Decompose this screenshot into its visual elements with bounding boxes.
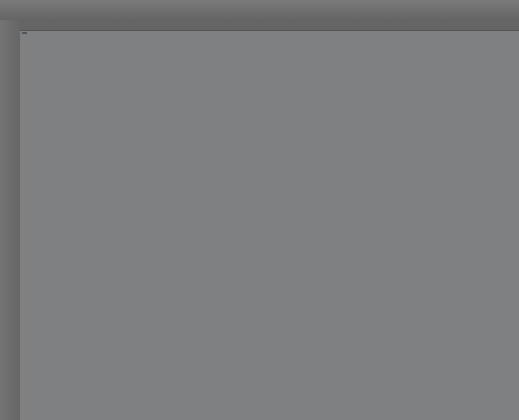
left-tool-palette xyxy=(0,20,20,420)
top-toolbar xyxy=(0,0,519,20)
viewport-label[interactable] xyxy=(22,32,27,34)
app-window xyxy=(0,0,519,420)
viewport xyxy=(20,20,519,420)
viewport-canvas[interactable] xyxy=(20,31,519,420)
viewport-menu-bar xyxy=(20,20,519,31)
perspective-view-scene[interactable] xyxy=(20,31,519,420)
